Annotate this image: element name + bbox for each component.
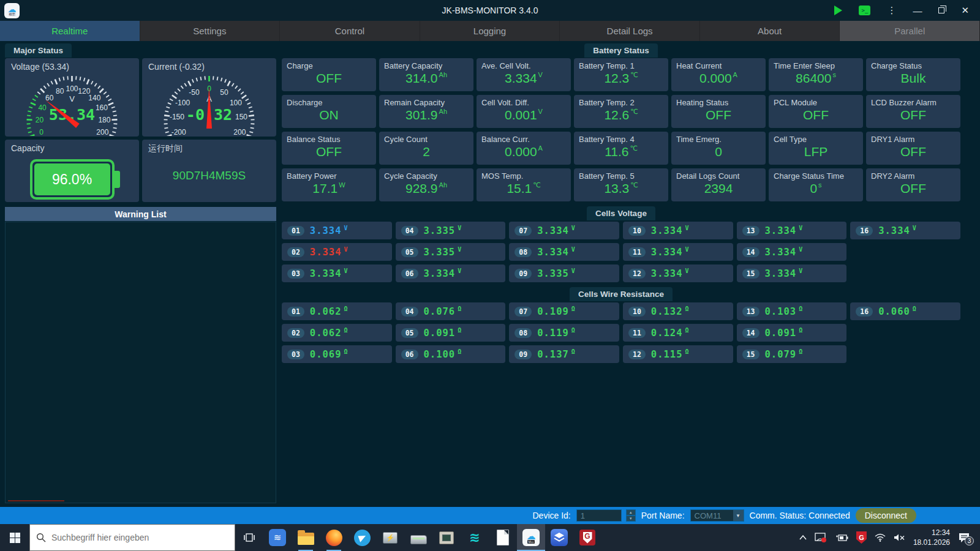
unit-label: V xyxy=(685,268,689,274)
cell-resistance-item: 030.069Ω xyxy=(282,345,392,363)
run-icon[interactable] xyxy=(834,6,842,15)
cell-voltage-item: 043.335V xyxy=(396,222,506,239)
runtime-value: 90D7H4M59S xyxy=(142,169,276,182)
svg-text:0: 0 xyxy=(39,128,43,136)
device-id-stepper[interactable]: ▲▼ xyxy=(626,509,636,522)
start-button[interactable] xyxy=(0,524,29,551)
cell-resistance-value: 0.062 xyxy=(310,328,342,339)
cell-resistance-item: 060.100Ω xyxy=(396,345,506,363)
port-name-value: COM11 xyxy=(691,511,733,520)
taskbar-app-teal-waves-icon[interactable]: ≋ xyxy=(461,524,489,551)
unit-label: V xyxy=(571,268,575,274)
taskbar-search[interactable] xyxy=(29,524,235,551)
cell-number-badge: 13 xyxy=(742,307,760,317)
cell-voltage-value: 3.334 xyxy=(310,268,342,279)
battery-status-cell-value: OFF xyxy=(871,144,956,159)
tab-settings[interactable]: Settings xyxy=(140,21,281,41)
gauge-a: Current (-0.32)-200-150-100-500501001502… xyxy=(142,58,276,137)
tab-detail-logs[interactable]: Detail Logs xyxy=(560,21,700,41)
cell-resistance-item: 160.060Ω xyxy=(850,302,960,320)
tray-expand-icon[interactable] xyxy=(799,535,807,540)
cell-voltage-value: 3.334 xyxy=(651,225,683,236)
taskbar-app-document-icon[interactable] xyxy=(489,524,517,551)
port-name-label: Port Name: xyxy=(641,511,685,520)
unit-label: V xyxy=(344,225,348,231)
cell-resistance-value: 0.100 xyxy=(424,349,456,360)
tab-realtime[interactable]: Realtime xyxy=(0,21,140,41)
battery-status-cell-label: Detail Logs Count xyxy=(676,171,761,181)
cell-resistance-item: 150.079Ω xyxy=(737,345,847,363)
unit-label: V xyxy=(913,225,916,231)
cell-number-badge: 02 xyxy=(287,328,304,338)
cell-voltage-item: 093.335V xyxy=(509,264,619,282)
battery-status-cell-label: Charge xyxy=(287,61,371,70)
cell-voltage-value: 3.334 xyxy=(310,247,342,258)
battery-status-cell-label: Balance Curr. xyxy=(481,135,566,144)
battery-status-cell-label: Battery Power xyxy=(287,171,371,181)
svg-text:160: 160 xyxy=(96,103,108,112)
taskbar-app-jk-bms-monitor-icon[interactable]: ☁M▭ xyxy=(517,524,545,551)
cell-voltage-item: 083.334V xyxy=(509,243,619,261)
taskbar-app-telegram-icon[interactable] xyxy=(348,524,376,551)
cell-resistance-value: 0.062 xyxy=(310,306,342,317)
taskbar-app-blue-box-icon[interactable] xyxy=(545,524,573,551)
battery-status-cell-value: 0s xyxy=(774,181,858,196)
unit-label: V xyxy=(458,225,461,231)
warning-list[interactable] xyxy=(5,222,276,503)
battery-status-header: Battery Status xyxy=(584,43,658,58)
cell-resistance-item: 140.091Ω xyxy=(737,324,847,342)
taskbar-app-file-explorer-icon[interactable] xyxy=(292,524,320,551)
minimize-icon[interactable]: — xyxy=(913,6,922,16)
taskbar-app-g-data-icon[interactable]: G xyxy=(573,524,601,551)
disconnect-button[interactable]: Disconnect xyxy=(856,508,916,523)
terminal-icon[interactable]: >_ xyxy=(859,6,870,15)
taskbar-app-wave-app-icon[interactable]: ≋ xyxy=(263,524,292,551)
port-name-select[interactable]: COM11 ▼ xyxy=(690,509,744,522)
cell-resistance-item: 080.119Ω xyxy=(509,324,619,342)
battery-status-cell-value: OFF xyxy=(774,108,858,122)
cell-resistance-value: 0.132 xyxy=(651,306,683,317)
menu-kebab-icon[interactable]: ⋮ xyxy=(887,5,896,16)
search-input[interactable] xyxy=(51,533,217,542)
tab-control[interactable]: Control xyxy=(280,21,420,41)
task-view-icon[interactable] xyxy=(235,524,263,551)
cell-resistance-value: 0.069 xyxy=(310,349,342,360)
taskbar-clock[interactable]: 12:34 18.01.2026 xyxy=(913,528,950,547)
cells-resistance-header: Cells Wire Resistance xyxy=(570,287,673,301)
volume-muted-icon[interactable] xyxy=(894,533,905,542)
wifi-icon[interactable] xyxy=(875,533,886,542)
taskbar-app-device-manager-icon[interactable]: ⚡ xyxy=(376,524,404,551)
cell-resistance-item: 120.115Ω xyxy=(623,345,733,363)
unit-label: Ω xyxy=(799,348,802,355)
gauge-label: Voltage (53.34) xyxy=(11,62,69,72)
clock-date: 18.01.2026 xyxy=(913,538,950,547)
cell-voltage-item: 133.334V xyxy=(737,222,847,239)
taskbar-app-retro-pc-icon[interactable] xyxy=(432,524,461,551)
system-tray: G 12:34 18.01.2026 3 xyxy=(799,524,980,551)
cell-resistance-value: 0.076 xyxy=(424,306,456,317)
battery-status-cell: Charge StatusBulk xyxy=(866,58,960,91)
tab-about[interactable]: About xyxy=(700,21,840,41)
battery-status-cell: Cycle Capacity928.9Ah xyxy=(379,168,473,201)
tab-logging[interactable]: Logging xyxy=(420,21,560,41)
battery-status-cell-label: Charge Status Time xyxy=(774,171,858,181)
connection-status-bar: Device Id: ▲▼ Port Name: COM11 ▼ Comm. S… xyxy=(0,507,980,524)
taskbar-app-scanner-icon[interactable] xyxy=(404,524,432,551)
antivirus-shield-icon[interactable]: G xyxy=(856,531,867,544)
cell-number-badge: 09 xyxy=(514,269,532,279)
taskbar-app-firefox-icon[interactable] xyxy=(320,524,348,551)
close-icon[interactable]: ✕ xyxy=(961,5,969,16)
action-center-icon[interactable]: 3 xyxy=(958,532,974,543)
device-id-input[interactable] xyxy=(576,509,622,522)
cell-number-badge: 08 xyxy=(514,247,532,257)
tab-parallel[interactable]: Parallel xyxy=(840,21,980,41)
battery-status-cell-label: PCL Module xyxy=(774,98,858,107)
cell-resistance-value: 0.091 xyxy=(765,328,797,339)
battery-status-cell-value: OFF xyxy=(871,108,956,122)
screencast-icon[interactable] xyxy=(815,533,827,542)
battery-status-cell-label: Cell Volt. Diff. xyxy=(481,98,566,107)
title-bar: ☁ 模空 JK-BMS-MONITOR 3.4.0 >_ ⋮ — ✕ xyxy=(0,0,980,21)
restore-icon[interactable] xyxy=(938,7,944,13)
battery-status-cell: Time Enter Sleep86400s xyxy=(769,58,863,91)
battery-power-icon[interactable] xyxy=(835,534,848,542)
